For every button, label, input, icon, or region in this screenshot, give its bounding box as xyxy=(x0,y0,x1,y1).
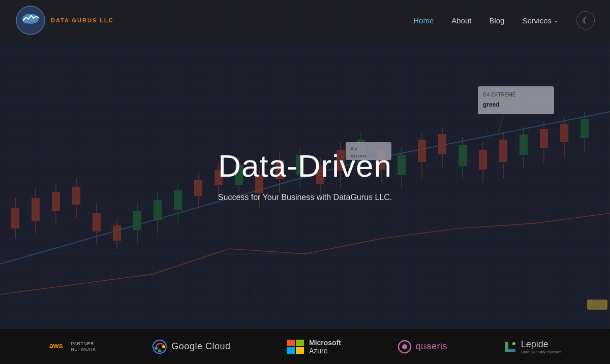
svg-point-82 xyxy=(155,347,158,350)
quaeris-icon xyxy=(398,340,412,354)
partners-bar: aws partner network Google Cloud Microso… xyxy=(0,329,610,364)
svg-point-90 xyxy=(402,344,407,349)
svg-rect-85 xyxy=(287,340,295,346)
svg-point-83 xyxy=(162,345,165,348)
partner-microsoft-azure: Microsoft Azure xyxy=(287,339,341,355)
quaeris-label: quaeris xyxy=(416,341,448,352)
nav-blog[interactable]: Blog xyxy=(489,16,504,25)
google-cloud-label: Google Cloud xyxy=(171,341,230,352)
nav-about[interactable]: About xyxy=(451,16,471,25)
hero-content: Data-Driven Success for Your Business wi… xyxy=(218,148,392,202)
svg-text:aws: aws xyxy=(49,342,63,350)
nav-home[interactable]: Home xyxy=(413,16,434,25)
main-nav: Home About Blog Services ⌄ ☾ xyxy=(413,11,595,29)
dark-mode-toggle[interactable]: ☾ xyxy=(576,11,595,29)
svg-point-93 xyxy=(512,342,515,345)
svg-rect-86 xyxy=(296,340,304,346)
nav-services-label: Services xyxy=(522,16,552,25)
partner-lepide: Lepide Data Security Platform xyxy=(504,339,562,354)
lepide-icon xyxy=(504,340,517,353)
lepide-text-group: Lepide Data Security Platform xyxy=(521,339,562,354)
partner-aws: aws partner network xyxy=(48,337,96,356)
svg-rect-88 xyxy=(296,347,304,354)
aws-text: partner network xyxy=(71,341,96,352)
svg-rect-92 xyxy=(508,349,515,352)
svg-point-84 xyxy=(158,349,161,352)
google-cloud-icon xyxy=(152,339,167,354)
hero-section: G4 EXTREME greed 9.1 xxxxxxx Data-Driven… xyxy=(0,0,610,329)
nav-services-dropdown[interactable]: Services ⌄ xyxy=(522,16,559,25)
logo-area: DATA GURUS LLC xyxy=(15,5,114,36)
hero-title: Data-Driven xyxy=(218,148,392,184)
logo-text: DATA GURUS LLC xyxy=(51,17,114,24)
aws-icon: aws xyxy=(48,337,68,356)
chevron-down-icon: ⌄ xyxy=(554,17,559,24)
header: DATA GURUS LLC Home About Blog Services … xyxy=(0,0,610,41)
hero-subtitle: Success for Your Business with DataGurus… xyxy=(218,193,392,202)
partner-google-cloud: Google Cloud xyxy=(152,339,230,354)
logo-icon xyxy=(15,5,46,36)
svg-rect-91 xyxy=(505,342,508,352)
partner-quaeris: quaeris xyxy=(398,340,448,354)
microsoft-azure-text: Microsoft Azure xyxy=(309,339,341,355)
microsoft-azure-icon xyxy=(287,340,305,354)
svg-rect-87 xyxy=(287,347,295,354)
